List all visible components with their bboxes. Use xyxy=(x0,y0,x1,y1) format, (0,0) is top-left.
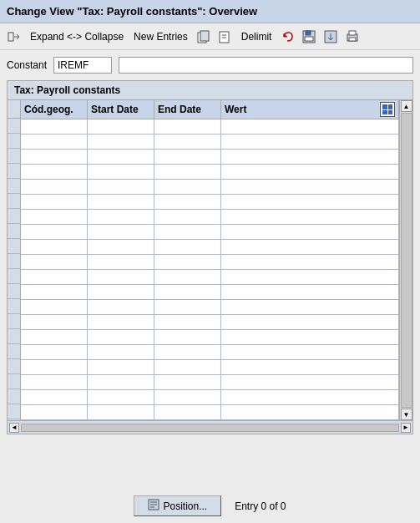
table-row[interactable] xyxy=(21,135,399,150)
table-cell[interactable] xyxy=(221,405,399,420)
table-cell[interactable] xyxy=(154,360,221,375)
table-cell[interactable] xyxy=(21,285,88,300)
table-cell[interactable] xyxy=(88,135,154,150)
new-entries-button[interactable]: New Entries xyxy=(132,31,190,43)
table-cell[interactable] xyxy=(221,135,399,150)
table-cell[interactable] xyxy=(154,405,221,420)
table-cell[interactable] xyxy=(88,119,154,135)
table-cell[interactable] xyxy=(221,210,399,225)
table-cell[interactable] xyxy=(88,210,154,225)
table-cell[interactable] xyxy=(154,210,221,225)
table-cell[interactable] xyxy=(88,180,154,195)
table-cell[interactable] xyxy=(154,195,221,210)
table-cell[interactable] xyxy=(21,360,88,375)
table-row[interactable] xyxy=(21,119,399,135)
table-cell[interactable] xyxy=(154,135,221,150)
table-cell[interactable] xyxy=(21,225,88,240)
table-cell[interactable] xyxy=(21,390,88,405)
table-cell[interactable] xyxy=(88,300,154,315)
table-cell[interactable] xyxy=(154,150,221,165)
delimit-button[interactable]: Delimit xyxy=(240,31,274,43)
table-cell[interactable] xyxy=(88,405,154,420)
table-cell[interactable] xyxy=(88,225,154,240)
table-row[interactable] xyxy=(21,225,399,240)
table-cell[interactable] xyxy=(21,135,88,150)
export-icon[interactable] xyxy=(323,29,338,44)
table-row[interactable] xyxy=(21,210,399,225)
table-cell[interactable] xyxy=(221,270,399,285)
table-cell[interactable] xyxy=(221,180,399,195)
constant-input[interactable] xyxy=(53,57,112,74)
table-cell[interactable] xyxy=(221,195,399,210)
table-cell[interactable] xyxy=(154,345,221,360)
table-row[interactable] xyxy=(21,375,399,390)
table-row[interactable] xyxy=(21,195,399,210)
print-icon[interactable] xyxy=(345,29,360,44)
table-cell[interactable] xyxy=(21,210,88,225)
table-row[interactable] xyxy=(21,285,399,300)
table-cell[interactable] xyxy=(154,240,221,255)
table-cell[interactable] xyxy=(21,195,88,210)
table-cell[interactable] xyxy=(221,255,399,270)
table-cell[interactable] xyxy=(221,375,399,390)
copy-icon[interactable] xyxy=(196,29,211,44)
table-cell[interactable] xyxy=(88,375,154,390)
table-cell[interactable] xyxy=(154,270,221,285)
table-cell[interactable] xyxy=(221,165,399,180)
scroll-down-btn[interactable]: ▼ xyxy=(401,409,412,420)
table-cell[interactable] xyxy=(88,330,154,345)
expand-icon[interactable] xyxy=(7,29,22,44)
table-cell[interactable] xyxy=(21,375,88,390)
scroll-right-btn[interactable]: ► xyxy=(401,423,411,433)
table-cell[interactable] xyxy=(21,330,88,345)
table-cell[interactable] xyxy=(88,270,154,285)
table-cell[interactable] xyxy=(88,360,154,375)
table-row[interactable] xyxy=(21,180,399,195)
table-cell[interactable] xyxy=(88,195,154,210)
table-cell[interactable] xyxy=(221,150,399,165)
expand-collapse-button[interactable]: Expand <-> Collapse xyxy=(28,31,125,43)
table-cell[interactable] xyxy=(21,150,88,165)
scroll-left-btn[interactable]: ◄ xyxy=(9,423,19,433)
table-cell[interactable] xyxy=(88,240,154,255)
table-cell[interactable] xyxy=(88,285,154,300)
table-cell[interactable] xyxy=(154,165,221,180)
copy2-icon[interactable] xyxy=(218,29,233,44)
table-row[interactable] xyxy=(21,405,399,420)
scroll-up-btn[interactable]: ▲ xyxy=(401,100,412,112)
table-row[interactable] xyxy=(21,300,399,315)
table-row[interactable] xyxy=(21,360,399,375)
horizontal-scrollbar[interactable]: ◄ ► xyxy=(8,420,412,434)
table-cell[interactable] xyxy=(221,345,399,360)
table-cell[interactable] xyxy=(154,119,221,135)
table-cell[interactable] xyxy=(21,240,88,255)
table-cell[interactable] xyxy=(154,315,221,330)
table-cell[interactable] xyxy=(221,240,399,255)
table-row[interactable] xyxy=(21,330,399,345)
table-row[interactable] xyxy=(21,240,399,255)
table-cell[interactable] xyxy=(88,345,154,360)
table-cell[interactable] xyxy=(154,330,221,345)
save-icon[interactable] xyxy=(301,29,316,44)
table-row[interactable] xyxy=(21,345,399,360)
table-cell[interactable] xyxy=(21,165,88,180)
table-cell[interactable] xyxy=(21,270,88,285)
table-row[interactable] xyxy=(21,165,399,180)
table-cell[interactable] xyxy=(154,255,221,270)
table-cell[interactable] xyxy=(21,119,88,135)
table-cell[interactable] xyxy=(88,165,154,180)
constant-input2[interactable] xyxy=(119,57,413,74)
table-cell[interactable] xyxy=(21,315,88,330)
table-cell[interactable] xyxy=(154,375,221,390)
table-cell[interactable] xyxy=(21,405,88,420)
table-cell[interactable] xyxy=(221,225,399,240)
table-row[interactable] xyxy=(21,255,399,270)
table-cell[interactable] xyxy=(221,330,399,345)
table-cell[interactable] xyxy=(88,150,154,165)
table-cell[interactable] xyxy=(154,285,221,300)
table-cell[interactable] xyxy=(21,300,88,315)
table-cell[interactable] xyxy=(88,315,154,330)
table-cell[interactable] xyxy=(221,390,399,405)
position-button[interactable]: Position... xyxy=(134,495,221,516)
table-row[interactable] xyxy=(21,315,399,330)
